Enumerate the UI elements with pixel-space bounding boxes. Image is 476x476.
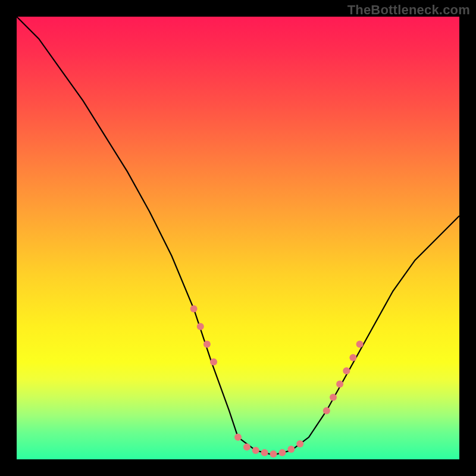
curve-marker — [243, 443, 250, 450]
curve-marker — [261, 449, 268, 456]
curve-marker — [349, 354, 356, 361]
curve-marker — [234, 434, 242, 441]
curve-marker — [197, 323, 204, 330]
curve-marker — [252, 447, 259, 454]
curve-marker — [203, 341, 211, 348]
curve-marker — [278, 449, 286, 456]
bottleneck-curve — [17, 17, 459, 455]
plot-area — [17, 17, 459, 459]
curve-marker — [336, 381, 343, 388]
curve-marker — [323, 407, 330, 414]
marker-group — [190, 305, 364, 458]
chart-container: TheBottleneck.com — [0, 0, 476, 476]
watermark-text: TheBottleneck.com — [347, 2, 470, 18]
curve-marker — [330, 394, 337, 401]
curve-marker — [210, 358, 217, 365]
curve-marker — [356, 341, 364, 348]
curve-marker — [190, 305, 198, 312]
curve-marker — [287, 446, 295, 453]
curve-marker — [296, 440, 303, 447]
curve-marker — [270, 450, 277, 458]
chart-svg — [17, 17, 459, 459]
curve-marker — [343, 367, 350, 374]
